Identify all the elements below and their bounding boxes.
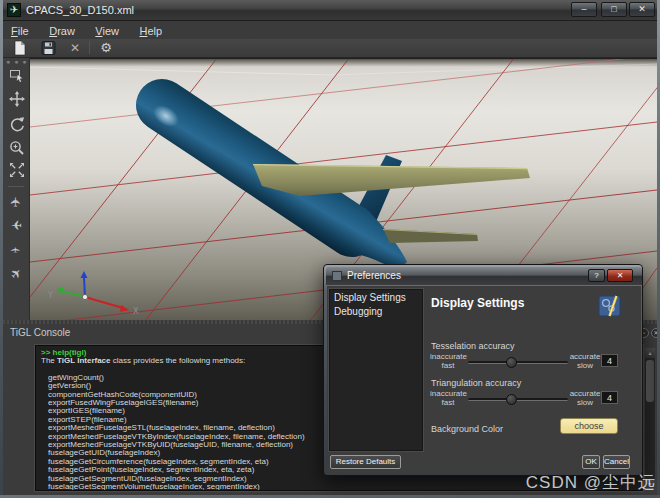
tesselation-value[interactable]: 4	[601, 354, 618, 367]
tesselation-slider-handle[interactable]	[506, 357, 517, 368]
axis-y	[62, 291, 85, 297]
plane-front-view-icon: ✈	[7, 247, 27, 253]
front-view-button[interactable]: ✈	[5, 240, 28, 262]
axis-origin	[82, 294, 87, 299]
app-window: ✈ CPACS_30_D150.xml – □ ✕ File Draw View…	[0, 0, 660, 498]
axis-x-label: X	[133, 307, 139, 316]
rotate-tool-button[interactable]	[5, 116, 28, 138]
dialog-icon	[332, 271, 342, 281]
zoom-tool-button[interactable]	[5, 140, 28, 162]
dialog-title: Preferences	[347, 270, 401, 281]
plane-side-view-icon: ✈	[11, 216, 22, 236]
watermark: CSDN @尘中远	[526, 471, 656, 494]
nav-item-display-settings[interactable]: Display Settings	[330, 290, 422, 304]
close-scene-button[interactable]: ✕	[64, 40, 86, 57]
menu-view[interactable]: View	[87, 23, 127, 37]
settings-nav-list: Display Settings Debugging	[329, 289, 423, 451]
rotate-icon	[9, 116, 25, 132]
pan-icon	[9, 91, 25, 107]
axis-z	[84, 277, 85, 297]
triangulation-value[interactable]: 4	[601, 391, 618, 404]
minimize-button[interactable]: –	[571, 2, 597, 17]
scrollbar-thumb[interactable]	[646, 360, 654, 402]
sidebar-separator	[8, 186, 24, 187]
console-scrollbar[interactable]: ▲ ▼	[644, 347, 656, 490]
select-tool-icon	[9, 67, 25, 83]
cancel-button[interactable]: Cancel	[603, 455, 630, 469]
dialog-close-button[interactable]: ✕	[607, 269, 633, 282]
settings-button[interactable]: ⚙	[95, 40, 117, 57]
menu-file[interactable]: File	[3, 23, 37, 37]
select-tool-button[interactable]	[5, 67, 28, 89]
aircraft-stabilizer	[383, 229, 478, 243]
triangulation-label: Triangulation accuracy	[431, 378, 521, 388]
title-bar[interactable]: ✈ CPACS_30_D150.xml – □ ✕	[0, 0, 660, 21]
preferences-dialog: Preferences ? ✕ Display Settings Debuggi…	[323, 264, 643, 476]
iso-view-button[interactable]: ✈	[5, 264, 28, 286]
close-button[interactable]: ✕	[629, 2, 655, 17]
new-file-icon	[12, 40, 27, 56]
close-scene-icon: ✕	[70, 41, 80, 55]
menu-draw[interactable]: Draw	[41, 23, 83, 37]
background-color-label: Background Color	[431, 424, 503, 434]
gear-icon: ⚙	[100, 40, 112, 55]
tesselation-max-label: accurateslow	[567, 352, 603, 370]
side-view-button[interactable]: ✈	[5, 216, 28, 238]
view-toolbar: ● ● ●	[3, 58, 30, 320]
fit-all-icon	[9, 162, 25, 178]
pan-tool-button[interactable]	[5, 91, 28, 113]
dialog-close-icon: ✕	[617, 271, 624, 280]
toolbar-drag-handle[interactable]: ● ● ●	[6, 58, 28, 65]
display-settings-icon	[598, 294, 622, 318]
new-file-button[interactable]	[8, 40, 30, 57]
maximize-icon: □	[611, 4, 616, 14]
toolbar: ✕ ⚙	[3, 39, 657, 58]
help-icon: ?	[594, 271, 598, 280]
save-icon	[41, 40, 56, 56]
axis-y-label: Y	[47, 291, 53, 300]
scroll-up-icon: ▲	[648, 350, 653, 356]
axis-triad: Y X	[47, 271, 139, 316]
settings-page-heading: Display Settings	[431, 296, 524, 310]
ok-button[interactable]: OK	[582, 455, 600, 469]
menu-bar: File Draw View Help	[3, 21, 657, 39]
axis-x	[85, 297, 123, 308]
app-icon: ✈	[7, 3, 21, 17]
triangulation-slider-handle[interactable]	[506, 394, 517, 405]
minimize-icon: –	[581, 4, 586, 14]
console-intro-prefix: The	[41, 356, 57, 365]
zoom-icon	[9, 140, 25, 156]
close-icon: ✕	[638, 4, 646, 14]
menu-help[interactable]: Help	[131, 23, 170, 37]
restore-defaults-button[interactable]: Restore Defaults	[330, 455, 401, 469]
toolbar-separator	[89, 41, 90, 54]
triangulation-min-label: inaccuratefast	[430, 389, 466, 407]
nav-item-debugging[interactable]: Debugging	[330, 304, 422, 318]
console-intro-bold: TiGL Interface	[57, 356, 111, 365]
maximize-button[interactable]: □	[601, 2, 627, 17]
triangulation-max-label: accurateslow	[567, 389, 603, 407]
aircraft-main-wing	[253, 164, 530, 196]
window-title: CPACS_30_D150.xml	[26, 4, 134, 16]
choose-color-button[interactable]: choose	[560, 418, 618, 434]
plane-iso-view-icon: ✈	[6, 263, 28, 285]
fit-view-button[interactable]	[5, 162, 28, 184]
console-intro-suffix: class provides the following methods:	[111, 356, 246, 365]
dialog-title-bar[interactable]: Preferences ? ✕	[326, 267, 642, 285]
window-frame-left	[0, 0, 3, 498]
triangulation-slider-track[interactable]	[468, 398, 568, 401]
tesselation-label: Tesselation accuracy	[431, 341, 515, 351]
float-icon: ▫	[643, 330, 645, 336]
tesselation-slider-track[interactable]	[468, 361, 568, 364]
plane-top-view-icon: ✈	[7, 197, 27, 208]
tesselation-min-label: inaccuratefast	[430, 352, 466, 370]
scroll-up-button[interactable]: ▲	[645, 348, 655, 358]
top-view-button[interactable]: ✈	[5, 192, 28, 214]
dialog-help-button[interactable]: ?	[588, 269, 605, 282]
console-panel-title: TiGL Console	[10, 327, 70, 338]
save-button[interactable]	[37, 40, 59, 57]
